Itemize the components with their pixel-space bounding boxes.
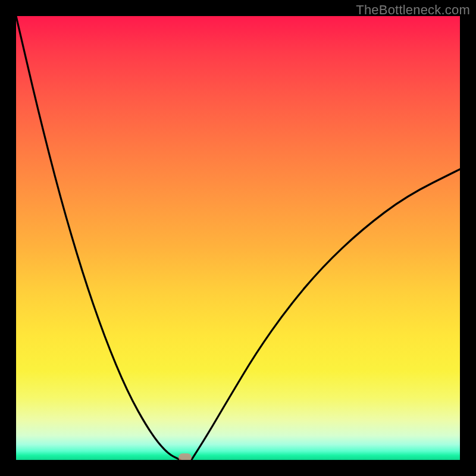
curve-right-branch xyxy=(192,169,460,460)
watermark-text: TheBottleneck.com xyxy=(356,2,470,18)
curve-left-branch xyxy=(16,16,180,460)
minimum-marker xyxy=(178,453,192,460)
plot-area xyxy=(16,16,460,460)
bottleneck-curve xyxy=(16,16,460,460)
chart-frame: TheBottleneck.com xyxy=(0,0,476,476)
